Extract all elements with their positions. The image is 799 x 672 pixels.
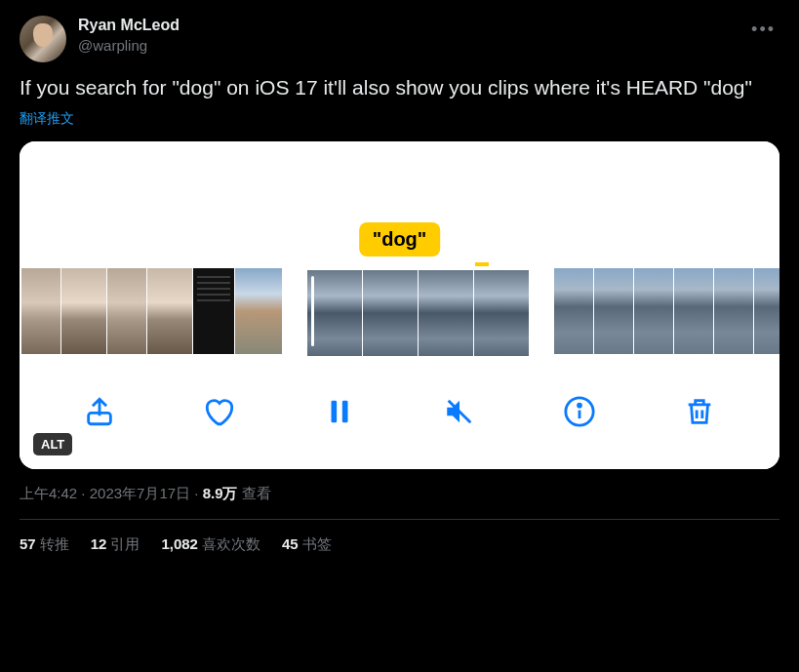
info-icon (563, 395, 596, 428)
media-attachment[interactable]: "dog" (20, 141, 779, 469)
video-frame (754, 268, 779, 354)
mute-button[interactable] (435, 387, 484, 436)
meta-separator: · (190, 485, 203, 501)
trash-icon (683, 395, 716, 428)
views-label: 查看 (238, 485, 271, 501)
display-name: Ryan McLeod (78, 16, 736, 36)
video-frame (594, 268, 633, 354)
heart-icon (203, 395, 236, 428)
likes-stat[interactable]: 1,082喜欢次数 (161, 535, 260, 554)
media-toolbar (20, 354, 779, 469)
video-frame (554, 268, 593, 354)
user-handle: @warpling (78, 36, 736, 56)
bookmarks-label: 书签 (302, 535, 332, 552)
video-frame (363, 270, 418, 356)
video-frame (147, 268, 192, 354)
video-frame (235, 268, 282, 354)
delete-button[interactable] (675, 387, 724, 436)
svg-point-6 (579, 405, 581, 408)
video-frame (61, 268, 106, 354)
video-frame (714, 268, 753, 354)
tweet-date[interactable]: 2023年7月17日 (90, 485, 190, 501)
video-frame (21, 268, 60, 354)
timeline-marker (475, 262, 489, 266)
ellipsis-icon: ••• (751, 20, 776, 39)
info-button[interactable] (555, 387, 604, 436)
video-frame (307, 270, 362, 356)
avatar[interactable] (20, 16, 66, 62)
video-frame (634, 268, 673, 354)
quotes-count: 12 (91, 535, 107, 552)
bookmarks-stat[interactable]: 45书签 (282, 535, 332, 554)
retweets-stat[interactable]: 57转推 (20, 535, 69, 554)
retweets-count: 57 (20, 535, 36, 552)
mute-icon (443, 395, 476, 428)
retweets-label: 转推 (40, 535, 69, 552)
pause-button[interactable] (315, 387, 364, 436)
share-button[interactable] (75, 387, 124, 436)
quotes-label: 引用 (110, 535, 140, 552)
tweet-meta: 上午4:42 · 2023年7月17日 · 8.9万 查看 (20, 485, 779, 503)
bookmarks-count: 45 (282, 535, 299, 552)
views-count: 8.9万 (203, 485, 238, 501)
like-button[interactable] (195, 387, 244, 436)
alt-badge[interactable]: ALT (33, 433, 72, 455)
video-frame (193, 268, 234, 354)
video-frame (419, 270, 473, 356)
pause-icon (323, 395, 356, 428)
meta-separator: · (77, 485, 90, 501)
share-icon (83, 395, 116, 428)
clip-group-selected[interactable] (305, 268, 531, 354)
svg-rect-2 (342, 401, 348, 423)
clip-group-3[interactable] (554, 268, 779, 354)
likes-count: 1,082 (161, 535, 198, 552)
tweet-header: Ryan McLeod @warpling ••• (20, 16, 779, 62)
search-highlight-label: "dog" (359, 222, 441, 257)
tweet-text: If you search for "dog" on iOS 17 it'll … (20, 74, 779, 101)
video-frame (474, 270, 529, 356)
video-timeline[interactable] (20, 268, 779, 354)
tweet-container: Ryan McLeod @warpling ••• If you search … (0, 0, 799, 570)
video-frame (674, 268, 713, 354)
tweet-stats: 57转推 12引用 1,082喜欢次数 45书签 (20, 520, 779, 554)
translate-link[interactable]: 翻译推文 (20, 110, 74, 128)
video-frame (107, 268, 146, 354)
clip-group-1[interactable] (21, 268, 282, 354)
svg-rect-1 (331, 401, 337, 423)
media-preview-area: "dog" (20, 141, 779, 268)
tweet-time[interactable]: 上午4:42 (20, 485, 77, 501)
quotes-stat[interactable]: 12引用 (91, 535, 140, 554)
likes-label: 喜欢次数 (202, 535, 260, 552)
user-info[interactable]: Ryan McLeod @warpling (78, 16, 736, 55)
more-options-button[interactable]: ••• (747, 16, 779, 44)
